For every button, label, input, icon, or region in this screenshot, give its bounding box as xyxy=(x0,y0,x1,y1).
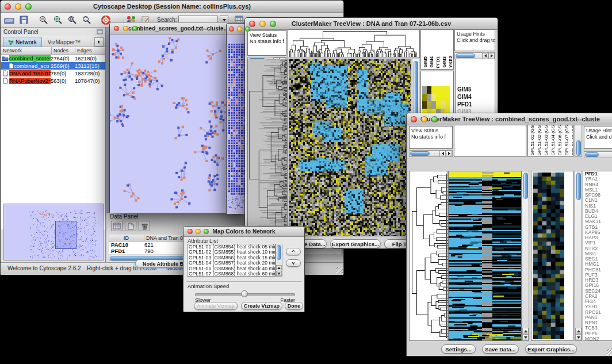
vscroll-thumb[interactable] xyxy=(576,140,581,156)
zoom-button[interactable] xyxy=(245,26,250,32)
hscroll-thumb[interactable] xyxy=(410,151,430,156)
col-network[interactable]: Network xyxy=(1,47,52,55)
tv1-global-heatmap[interactable] xyxy=(289,59,411,236)
scroll-right-button[interactable] xyxy=(488,53,495,59)
scroll-up-button[interactable] xyxy=(276,265,282,270)
col-edges[interactable]: Edges xyxy=(75,47,105,55)
create-vizmap-button[interactable]: Create Vizmap xyxy=(241,302,282,310)
zoom-out-icon[interactable] xyxy=(37,14,49,26)
zoom-selected-icon[interactable] xyxy=(66,14,78,26)
minimize-button[interactable] xyxy=(196,229,201,234)
scroll-right-button[interactable] xyxy=(446,151,452,157)
move-up-button[interactable]: ^ xyxy=(286,248,301,255)
tv2-genelist-vscrollbar[interactable] xyxy=(575,171,582,341)
minimize-button[interactable] xyxy=(237,26,242,32)
vscroll-thumb[interactable] xyxy=(576,173,581,200)
network-canvas[interactable] xyxy=(227,35,247,214)
birdseye-view[interactable] xyxy=(3,204,104,260)
tv1-column-dendrogram[interactable] xyxy=(288,30,418,58)
tv2-settings-button[interactable]: Settings... xyxy=(441,344,476,354)
col-nodes[interactable]: Nodes xyxy=(52,47,75,55)
resize-grip[interactable] xyxy=(335,266,343,273)
minimize-button[interactable] xyxy=(15,3,21,10)
open-file-icon[interactable] xyxy=(3,14,16,26)
close-button[interactable] xyxy=(229,26,234,32)
tv2-column-dendrogram-panel xyxy=(454,125,526,157)
minimize-button[interactable] xyxy=(123,26,128,31)
close-button[interactable] xyxy=(188,229,193,234)
tv2-row-dendrogram[interactable] xyxy=(410,171,447,340)
network-row-1-selected[interactable]: combined_sco 2569(6) 13112(15) xyxy=(1,62,105,70)
tv2-gene-labels[interactable]: PFD1YRA1RNR4MSL1SPC98CLN1NIS1BUD4ELG1MAK… xyxy=(583,171,612,341)
scroll-down-button[interactable] xyxy=(522,334,529,340)
attribute-table-icon[interactable] xyxy=(111,221,123,231)
tab-overflow-button[interactable] xyxy=(94,37,104,47)
attribute-list-label: Attribute List xyxy=(188,237,218,244)
tv2-export-graphics-button[interactable]: Export Graphics... xyxy=(525,344,577,354)
document-icon xyxy=(1,78,9,84)
treeview1-title-bar[interactable]: ClusterMaker TreeView : DNA and Tran 07-… xyxy=(245,18,498,30)
scroll-down-button[interactable] xyxy=(575,334,582,340)
hscroll-thumb[interactable] xyxy=(456,53,475,58)
tv1-export-graphics-button[interactable]: Export Graphics... xyxy=(330,239,381,248)
network-edges: 13112(15) xyxy=(75,63,105,69)
cell-id: PAC10 xyxy=(109,242,144,248)
network-window-2-title-bar[interactable] xyxy=(227,24,247,35)
tv2-labels-vscrollbar[interactable] xyxy=(575,125,582,157)
scroll-left-button[interactable] xyxy=(482,53,488,59)
network-row-0[interactable]: combined_scores 2764(0) 16218(0) xyxy=(1,55,105,62)
close-button[interactable] xyxy=(114,26,119,31)
tv2-zoom-heatmap[interactable] xyxy=(533,173,564,339)
minimize-button[interactable] xyxy=(259,21,266,27)
tab-network[interactable]: Network xyxy=(3,37,42,47)
float-panel-icon[interactable] xyxy=(97,26,103,37)
scroll-up-button[interactable] xyxy=(575,328,582,334)
network-nodes: 2569(6) xyxy=(51,63,75,69)
tv1-row-dendrogram[interactable] xyxy=(248,59,288,236)
animation-speed-slider-thumb[interactable] xyxy=(241,290,248,297)
tv2-global-heatmap[interactable] xyxy=(449,171,521,340)
tv2-status-hscrollbar[interactable] xyxy=(409,150,453,157)
save-icon[interactable] xyxy=(17,14,30,26)
close-button[interactable] xyxy=(411,116,417,122)
zoom-button[interactable] xyxy=(132,26,137,31)
scroll-down-button[interactable] xyxy=(276,271,282,276)
network-row-2[interactable]: DNA and Tran 07 769(0) 183728(0) xyxy=(1,70,105,77)
tv2-heatmap-vscrollbar[interactable] xyxy=(522,171,529,341)
zoom-button[interactable] xyxy=(204,229,209,234)
zoom-button[interactable] xyxy=(25,3,32,10)
network-name: DNA and Tran 07 xyxy=(9,70,51,76)
animate-vizmap-button[interactable]: Animate Vizmap xyxy=(194,302,238,310)
desktop: Cytoscape Desktop (Session Name: collins… xyxy=(0,0,612,364)
scroll-up-button[interactable] xyxy=(522,328,529,334)
move-down-button[interactable]: v xyxy=(286,259,301,267)
attribute-list[interactable]: GPL51-01 (GSM854) heat shock 05 minGPL51… xyxy=(187,244,276,277)
tv2-save-data-button[interactable]: Save Data... xyxy=(482,344,519,354)
zoom-in-icon[interactable] xyxy=(51,14,64,26)
attribute-list-vscrollbar[interactable] xyxy=(276,244,282,277)
minimize-button[interactable] xyxy=(421,116,427,122)
network-name: combined_sco xyxy=(14,63,51,69)
zoom-button[interactable] xyxy=(270,21,276,27)
usage-hints-text: Click and drag to xyxy=(586,134,612,140)
tab-vizmapper[interactable]: VizMapper™ xyxy=(42,37,87,47)
hscroll-thumb[interactable] xyxy=(585,152,599,157)
main-title-bar[interactable]: Cytoscape Desktop (Session Name: collins… xyxy=(1,1,343,13)
done-button[interactable]: Done xyxy=(285,302,303,310)
new-attribute-icon[interactable] xyxy=(125,221,136,231)
scroll-left-button[interactable] xyxy=(439,151,446,157)
vscroll-thumb[interactable] xyxy=(523,173,528,199)
tv2-hints-hscrollbar[interactable] xyxy=(584,151,612,158)
zoom-button[interactable] xyxy=(431,116,438,122)
zoom-fit-icon[interactable] xyxy=(80,14,93,26)
vscroll-thumb[interactable] xyxy=(277,245,281,260)
col-id[interactable]: ID xyxy=(109,235,144,242)
map-colors-dialog: Map Colors to Network Attribute List GPL… xyxy=(183,226,305,312)
close-button[interactable] xyxy=(5,3,11,10)
resize-grip[interactable] xyxy=(606,348,612,355)
close-button[interactable] xyxy=(249,21,255,27)
network-row-3[interactable]: RNAPuberNov2+I 563(0) 107847(0) xyxy=(1,77,105,85)
delete-attribute-icon[interactable] xyxy=(139,221,150,231)
dialog-title-bar[interactable]: Map Colors to Network xyxy=(183,227,304,237)
treeview2-title-bar[interactable]: ClusterMaker TreeView : combined_scores_… xyxy=(407,113,612,125)
